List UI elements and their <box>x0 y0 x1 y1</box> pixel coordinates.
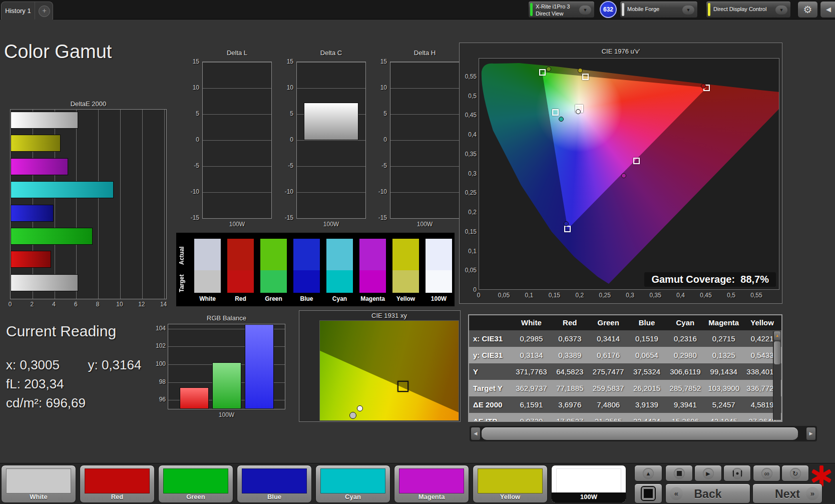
target-row-label: Target <box>178 272 185 295</box>
cie1976-y-tick: 0,15 <box>461 228 477 235</box>
deltae-gridline <box>120 110 121 299</box>
vertical-scroll-thumb[interactable] <box>774 341 780 364</box>
pattern-button-white[interactable]: White <box>1 465 76 503</box>
swatch-label: 100W <box>422 295 456 302</box>
table-cell: 0,0730 <box>512 413 551 422</box>
deltae-bar-yellow <box>11 135 61 152</box>
y-label: y: <box>88 357 98 372</box>
scroll-up-icon[interactable]: ▲ <box>774 331 780 340</box>
single-measure-button[interactable] <box>723 465 751 481</box>
delta-y-tick: -10 <box>185 188 199 195</box>
delta-chart-title: Delta C <box>286 49 376 57</box>
scroll-right-icon[interactable]: ▶ <box>806 427 815 440</box>
table-row: x: CIE310,29850,63730,34140,15190,23160,… <box>469 330 781 347</box>
table-cell: 26,2015 <box>628 380 666 396</box>
swatch-column-green <box>260 239 287 293</box>
frame-marker-icon <box>732 468 743 479</box>
table-cell: 64,5823 <box>551 363 589 380</box>
table-cell: 0,2985 <box>512 330 551 347</box>
table-row: ΔE ITP0,073017,853721,356522,443415,3606… <box>469 413 781 422</box>
pattern-button-green[interactable]: Green <box>158 465 233 503</box>
measured-point-blue <box>564 221 569 226</box>
measurement-table: WhiteRedGreenBlueCyanMagentaYellowx: CIE… <box>468 314 782 422</box>
meter-count-badge[interactable]: 632 <box>600 1 617 18</box>
add-tab-button[interactable]: + <box>39 6 50 17</box>
page-title: Color Gamut <box>4 41 112 63</box>
back-button[interactable]: Back « <box>665 483 750 503</box>
swatch-label: White <box>190 295 225 302</box>
rgb-bar-red <box>180 387 209 409</box>
table-row-label: ΔE ITP <box>469 413 512 422</box>
table-cell: 99,1434 <box>704 363 743 380</box>
pattern-button-100w[interactable]: 100W <box>551 465 626 503</box>
delta-y-tick: -5 <box>185 162 199 169</box>
cie1931-measured-marker-2 <box>349 412 356 419</box>
table-row-label: y: CIE31 <box>469 347 512 363</box>
pattern-button-cyan[interactable]: Cyan <box>315 465 390 503</box>
delta-gridline <box>390 140 459 141</box>
deltae-bar-cyan <box>11 181 114 198</box>
pattern-button-magenta[interactable]: Magenta <box>394 465 469 503</box>
cie1976-y-tick: 0,45 <box>461 112 477 119</box>
refresh-button[interactable]: ↻ <box>781 465 809 481</box>
pattern-swatch <box>320 468 385 493</box>
table-header-Blue: Blue <box>628 315 666 330</box>
plus-icon: + <box>42 7 46 15</box>
x-label: x: <box>6 357 16 372</box>
pattern-button-label: Red <box>80 492 154 501</box>
source-name: Mobile Forge <box>627 6 659 13</box>
pattern-button-label: Blue <box>237 492 311 501</box>
pattern-source-dropdown[interactable]: Mobile Forge ▼ <box>620 1 698 18</box>
delta-chart-plot-2 <box>296 62 366 219</box>
control-name: Direct Display Control <box>713 6 766 13</box>
table-row-label: ΔE 2000 <box>469 396 512 413</box>
collapse-panel-button[interactable]: ◀ <box>820 1 835 18</box>
gamut-target-cyan <box>552 109 559 116</box>
cie1976-diagram <box>479 58 779 290</box>
table-header-White: White <box>512 315 551 330</box>
cie1976-x-tick: 0,15 <box>544 292 564 299</box>
continuous-measure-button[interactable]: ∞ <box>753 465 780 481</box>
deltae-chart-title: DeltaE 2000 <box>10 100 167 108</box>
delta-y-tick: 15 <box>373 58 387 65</box>
table-row: y: CIE310,31340,33890,61760,06540,29800,… <box>469 347 781 363</box>
meter-dropdown[interactable]: X-Rite i1Pro 3 Direct View ▼ <box>528 1 595 18</box>
table-vertical-scrollbar[interactable]: ▲ <box>773 331 781 420</box>
cie1931-measured-marker <box>357 405 363 411</box>
cie1976-title: CIE 1976 u'v' <box>460 48 782 55</box>
delta-gridline <box>203 88 271 89</box>
delta-y-tick: 0 <box>373 136 387 143</box>
delta-gridline <box>390 218 459 219</box>
swatch-target <box>392 270 419 293</box>
cie1976-y-tick: 0,3 <box>461 170 477 177</box>
swatch-actual <box>260 239 287 270</box>
delta-chart-plot-3 <box>390 62 460 219</box>
deltae-bar-green <box>11 228 93 245</box>
delta-gridline <box>203 114 271 115</box>
next-button[interactable]: Next » <box>752 483 822 503</box>
pattern-button-label: 100W <box>552 492 626 502</box>
cd-value: 696,69 <box>46 395 86 410</box>
infinity-icon: ∞ <box>761 468 772 479</box>
pattern-up-button[interactable]: ▲ <box>634 465 662 481</box>
display-control-dropdown[interactable]: Direct Display Control ▼ <box>706 1 791 18</box>
delta-y-tick: 15 <box>279 58 293 65</box>
tab-history[interactable]: History 1 <box>2 2 35 20</box>
horizontal-scroll-thumb[interactable] <box>482 427 798 440</box>
pattern-swatch <box>556 468 621 493</box>
table-horizontal-scrollbar[interactable]: ◀ ▶ <box>470 426 817 441</box>
pattern-window-button[interactable] <box>634 483 662 503</box>
pattern-button-yellow[interactable]: Yellow <box>473 465 548 503</box>
pattern-button-red[interactable]: Red <box>80 465 155 503</box>
table-cell: 306,6119 <box>666 363 704 380</box>
play-button[interactable]: ▶ <box>694 465 722 481</box>
delta-y-tick: -15 <box>279 214 293 221</box>
pattern-button-blue[interactable]: Blue <box>237 465 312 503</box>
refresh-icon: ↻ <box>790 468 801 479</box>
swatch-target <box>194 270 221 293</box>
delta-gridline <box>203 166 271 167</box>
settings-button[interactable]: ⚙ <box>797 1 818 18</box>
deltae-x-tick: 14 <box>156 301 171 308</box>
scroll-left-icon[interactable]: ◀ <box>471 427 480 440</box>
stop-button[interactable] <box>665 465 693 481</box>
